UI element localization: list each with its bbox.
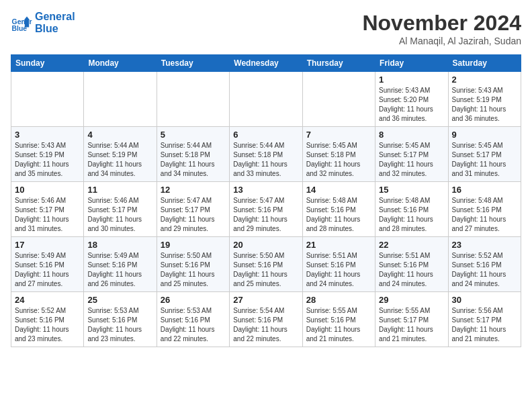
day-number: 1 [379, 75, 444, 85]
day-number: 15 [379, 185, 444, 195]
calendar-cell [230, 72, 302, 127]
title-block: November 2024 Al Manaqil, Al Jazirah, Su… [362, 11, 521, 46]
calendar-week-row: 17Sunrise: 5:49 AMSunset: 5:16 PMDayligh… [11, 237, 521, 292]
day-info: Sunrise: 5:45 AMSunset: 5:17 PMDaylight:… [452, 141, 517, 179]
logo-icon: General Blue [11, 12, 32, 34]
day-info: Sunrise: 5:50 AMSunset: 5:16 PMDaylight:… [233, 251, 298, 289]
calendar-cell: 9Sunrise: 5:45 AMSunset: 5:17 PMDaylight… [448, 127, 521, 182]
day-number: 7 [306, 130, 371, 140]
day-number: 23 [452, 240, 517, 250]
day-info: Sunrise: 5:49 AMSunset: 5:16 PMDaylight:… [87, 251, 152, 289]
calendar-cell: 30Sunrise: 5:56 AMSunset: 5:17 PMDayligh… [448, 292, 521, 347]
day-number: 2 [452, 75, 517, 85]
calendar-cell: 21Sunrise: 5:51 AMSunset: 5:16 PMDayligh… [302, 237, 375, 292]
day-number: 11 [87, 185, 152, 195]
day-info: Sunrise: 5:44 AMSunset: 5:19 PMDaylight:… [87, 141, 152, 179]
calendar-cell: 17Sunrise: 5:49 AMSunset: 5:16 PMDayligh… [11, 237, 84, 292]
weekday-header-thursday: Thursday [302, 55, 375, 72]
day-info: Sunrise: 5:51 AMSunset: 5:16 PMDaylight:… [379, 251, 444, 289]
day-number: 30 [452, 295, 517, 305]
day-number: 20 [233, 240, 298, 250]
calendar-cell [157, 72, 229, 127]
calendar-cell: 19Sunrise: 5:50 AMSunset: 5:16 PMDayligh… [157, 237, 229, 292]
day-info: Sunrise: 5:48 AMSunset: 5:16 PMDaylight:… [379, 196, 444, 234]
calendar-cell: 4Sunrise: 5:44 AMSunset: 5:19 PMDaylight… [84, 127, 157, 182]
day-number: 6 [233, 130, 298, 140]
day-number: 14 [306, 185, 371, 195]
day-number: 10 [15, 185, 80, 195]
day-info: Sunrise: 5:49 AMSunset: 5:16 PMDaylight:… [15, 251, 80, 289]
day-info: Sunrise: 5:52 AMSunset: 5:16 PMDaylight:… [452, 251, 517, 289]
weekday-header-monday: Monday [84, 55, 157, 72]
day-info: Sunrise: 5:46 AMSunset: 5:17 PMDaylight:… [15, 196, 80, 234]
svg-text:General: General [12, 17, 32, 25]
calendar-cell [11, 72, 84, 127]
calendar-cell: 13Sunrise: 5:47 AMSunset: 5:16 PMDayligh… [230, 182, 302, 237]
calendar-cell: 1Sunrise: 5:43 AMSunset: 5:20 PMDaylight… [375, 72, 448, 127]
day-info: Sunrise: 5:50 AMSunset: 5:16 PMDaylight:… [161, 251, 226, 289]
weekday-header-row: SundayMondayTuesdayWednesdayThursdayFrid… [11, 55, 521, 72]
logo-line2: Blue [35, 23, 75, 35]
day-info: Sunrise: 5:56 AMSunset: 5:17 PMDaylight:… [452, 306, 517, 344]
month-title: November 2024 [362, 11, 521, 36]
calendar-cell: 25Sunrise: 5:53 AMSunset: 5:16 PMDayligh… [84, 292, 157, 347]
day-number: 8 [379, 130, 444, 140]
calendar-cell: 20Sunrise: 5:50 AMSunset: 5:16 PMDayligh… [230, 237, 302, 292]
day-info: Sunrise: 5:47 AMSunset: 5:16 PMDaylight:… [233, 196, 298, 234]
calendar-cell: 12Sunrise: 5:47 AMSunset: 5:17 PMDayligh… [157, 182, 229, 237]
calendar-cell: 10Sunrise: 5:46 AMSunset: 5:17 PMDayligh… [11, 182, 84, 237]
location-subtitle: Al Manaqil, Al Jazirah, Sudan [362, 36, 521, 46]
logo-line1: General [35, 11, 75, 23]
day-info: Sunrise: 5:45 AMSunset: 5:18 PMDaylight:… [306, 141, 371, 179]
day-info: Sunrise: 5:43 AMSunset: 5:20 PMDaylight:… [379, 86, 444, 124]
calendar-cell: 7Sunrise: 5:45 AMSunset: 5:18 PMDaylight… [302, 127, 375, 182]
day-number: 17 [15, 240, 80, 250]
day-number: 9 [452, 130, 517, 140]
calendar-cell: 11Sunrise: 5:46 AMSunset: 5:17 PMDayligh… [84, 182, 157, 237]
calendar-cell: 8Sunrise: 5:45 AMSunset: 5:17 PMDaylight… [375, 127, 448, 182]
day-info: Sunrise: 5:48 AMSunset: 5:16 PMDaylight:… [452, 196, 517, 234]
day-number: 13 [233, 185, 298, 195]
calendar-cell [84, 72, 157, 127]
day-number: 18 [87, 240, 152, 250]
calendar-week-row: 1Sunrise: 5:43 AMSunset: 5:20 PMDaylight… [11, 72, 521, 127]
day-info: Sunrise: 5:46 AMSunset: 5:17 PMDaylight:… [87, 196, 152, 234]
day-info: Sunrise: 5:53 AMSunset: 5:16 PMDaylight:… [161, 306, 226, 344]
day-number: 25 [87, 295, 152, 305]
weekday-header-friday: Friday [375, 55, 448, 72]
calendar-week-row: 10Sunrise: 5:46 AMSunset: 5:17 PMDayligh… [11, 182, 521, 237]
calendar-cell: 16Sunrise: 5:48 AMSunset: 5:16 PMDayligh… [448, 182, 521, 237]
calendar-cell: 2Sunrise: 5:43 AMSunset: 5:19 PMDaylight… [448, 72, 521, 127]
weekday-header-saturday: Saturday [448, 55, 521, 72]
day-number: 16 [452, 185, 517, 195]
day-number: 29 [379, 295, 444, 305]
calendar-cell: 22Sunrise: 5:51 AMSunset: 5:16 PMDayligh… [375, 237, 448, 292]
calendar-table: SundayMondayTuesdayWednesdayThursdayFrid… [11, 54, 521, 347]
day-number: 24 [15, 295, 80, 305]
calendar-cell: 27Sunrise: 5:54 AMSunset: 5:16 PMDayligh… [230, 292, 302, 347]
day-info: Sunrise: 5:47 AMSunset: 5:17 PMDaylight:… [161, 196, 226, 234]
calendar-cell: 29Sunrise: 5:55 AMSunset: 5:17 PMDayligh… [375, 292, 448, 347]
day-info: Sunrise: 5:55 AMSunset: 5:16 PMDaylight:… [306, 306, 371, 344]
calendar-cell [302, 72, 375, 127]
day-info: Sunrise: 5:45 AMSunset: 5:17 PMDaylight:… [379, 141, 444, 179]
calendar-cell: 6Sunrise: 5:44 AMSunset: 5:18 PMDaylight… [230, 127, 302, 182]
day-info: Sunrise: 5:44 AMSunset: 5:18 PMDaylight:… [233, 141, 298, 179]
day-info: Sunrise: 5:44 AMSunset: 5:18 PMDaylight:… [161, 141, 226, 179]
day-number: 21 [306, 240, 371, 250]
day-number: 5 [161, 130, 226, 140]
day-number: 4 [87, 130, 152, 140]
day-number: 19 [161, 240, 226, 250]
calendar-cell: 26Sunrise: 5:53 AMSunset: 5:16 PMDayligh… [157, 292, 229, 347]
logo: General Blue General Blue [11, 11, 75, 34]
day-number: 22 [379, 240, 444, 250]
day-number: 27 [233, 295, 298, 305]
calendar-cell: 28Sunrise: 5:55 AMSunset: 5:16 PMDayligh… [302, 292, 375, 347]
day-info: Sunrise: 5:55 AMSunset: 5:17 PMDaylight:… [379, 306, 444, 344]
calendar-cell: 15Sunrise: 5:48 AMSunset: 5:16 PMDayligh… [375, 182, 448, 237]
calendar-cell: 24Sunrise: 5:52 AMSunset: 5:16 PMDayligh… [11, 292, 84, 347]
day-number: 26 [161, 295, 226, 305]
calendar-cell: 3Sunrise: 5:43 AMSunset: 5:19 PMDaylight… [11, 127, 84, 182]
page-header: General Blue General Blue November 2024 … [11, 11, 521, 46]
day-info: Sunrise: 5:43 AMSunset: 5:19 PMDaylight:… [452, 86, 517, 124]
